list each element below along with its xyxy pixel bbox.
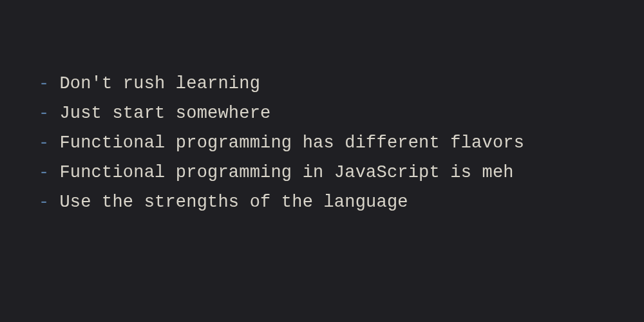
list-item-text: Just start somewhere xyxy=(59,99,270,129)
list-item: - Don't rush learning xyxy=(39,70,644,99)
bullet-icon: - xyxy=(39,99,49,129)
bullet-icon: - xyxy=(39,158,49,188)
list-item-text: Use the strengths of the language xyxy=(59,188,408,218)
list-item: - Use the strengths of the language xyxy=(39,188,644,218)
bullet-icon: - xyxy=(39,129,49,158)
bullet-icon: - xyxy=(39,188,49,218)
list-item: - Functional programming has different f… xyxy=(39,129,644,158)
list-item-text: Functional programming in JavaScript is … xyxy=(59,158,513,188)
list-item-text: Functional programming has different fla… xyxy=(59,129,524,158)
bullet-list: - Don't rush learning - Just start somew… xyxy=(39,70,644,217)
list-item-text: Don't rush learning xyxy=(59,70,260,99)
bullet-icon: - xyxy=(39,70,49,99)
list-item: - Functional programming in JavaScript i… xyxy=(39,158,644,188)
list-item: - Just start somewhere xyxy=(39,99,644,129)
